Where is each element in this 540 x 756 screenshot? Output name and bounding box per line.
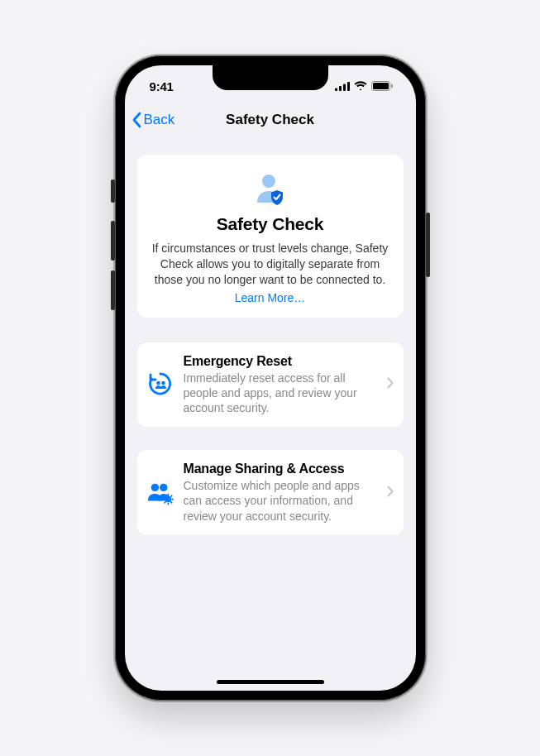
svg-rect-2 (343, 84, 346, 91)
navigation-bar: Back Safety Check (125, 102, 416, 138)
svg-point-9 (161, 381, 165, 385)
emergency-reset-option[interactable]: Emergency Reset Immediately reset access… (137, 342, 404, 428)
svg-line-19 (165, 501, 165, 502)
svg-rect-6 (391, 84, 393, 88)
option-text: Manage Sharing & Access Customize which … (184, 462, 377, 524)
emergency-reset-icon (147, 371, 174, 398)
back-label: Back (144, 112, 175, 128)
option-title: Emergency Reset (184, 354, 377, 369)
option-description: Customize which people and apps can acce… (184, 478, 377, 524)
chevron-right-icon (387, 377, 394, 392)
back-button[interactable]: Back (131, 112, 175, 128)
chevron-left-icon (131, 112, 141, 128)
svg-line-17 (165, 495, 165, 496)
svg-point-10 (151, 483, 158, 490)
status-icons (335, 76, 393, 91)
option-title: Manage Sharing & Access (184, 462, 377, 476)
svg-rect-0 (335, 88, 337, 91)
manage-sharing-icon (147, 480, 174, 506)
learn-more-link[interactable]: Learn More… (152, 291, 389, 304)
chevron-right-icon (387, 486, 394, 500)
option-description: Immediately reset access for all people … (184, 371, 377, 416)
safety-check-icon (252, 171, 289, 208)
svg-point-11 (160, 483, 167, 490)
status-time: 9:41 (150, 74, 174, 93)
volume-down-button (111, 270, 115, 310)
wifi-icon (354, 81, 367, 91)
volume-up-button (111, 221, 115, 261)
phone-frame: 9:41 (115, 55, 426, 701)
svg-line-18 (170, 501, 171, 502)
svg-point-8 (156, 381, 160, 385)
hero-description: If circumstances or trust levels change,… (152, 241, 389, 288)
screen: 9:41 (125, 65, 416, 691)
home-indicator[interactable] (217, 680, 324, 684)
power-button (426, 213, 430, 277)
svg-point-7 (262, 175, 275, 188)
notch (213, 65, 328, 90)
hero-card: Safety Check If circumstances or trust l… (137, 155, 404, 318)
manage-sharing-option[interactable]: Manage Sharing & Access Customize which … (137, 450, 404, 535)
content-area: Safety Check If circumstances or trust l… (125, 138, 416, 552)
hero-title: Safety Check (152, 214, 389, 234)
battery-icon (371, 81, 393, 91)
svg-line-20 (170, 495, 171, 496)
svg-rect-3 (347, 82, 350, 91)
option-text: Emergency Reset Immediately reset access… (184, 354, 377, 416)
cellular-icon (335, 82, 350, 91)
svg-rect-1 (339, 86, 342, 91)
svg-rect-5 (373, 83, 389, 89)
mute-switch (111, 179, 115, 203)
